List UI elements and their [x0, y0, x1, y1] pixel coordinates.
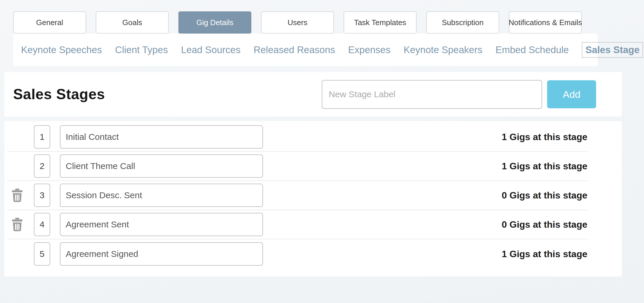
spacer [0, 66, 644, 72]
subnav-released-reasons[interactable]: Released Reasons [254, 44, 335, 55]
stage-order-input[interactable] [34, 242, 50, 266]
stage-row-2: 1 Gigs at this stage [7, 152, 587, 181]
add-button[interactable]: Add [547, 80, 596, 108]
trash-slot [7, 188, 34, 203]
new-stage-input[interactable] [322, 80, 542, 109]
subnav-keynote-speeches[interactable]: Keynote Speeches [21, 44, 102, 55]
gigs-at-stage-label: 0 Gigs at this stage [502, 219, 587, 230]
trash-icon [11, 218, 23, 231]
gig-details-subnav: Keynote Speeches Client Types Lead Sourc… [13, 34, 598, 66]
settings-page: General Goals Gig Details Users Task Tem… [0, 0, 644, 303]
gigs-at-stage-label: 0 Gigs at this stage [502, 190, 587, 201]
trash-icon [11, 189, 23, 202]
subnav-lead-sources[interactable]: Lead Sources [181, 44, 241, 55]
stage-row-5: 1 Gigs at this stage [7, 239, 587, 269]
stage-row-3: 0 Gigs at this stage [7, 181, 587, 210]
spacer [0, 116, 644, 121]
stages-list: 1 Gigs at this stage 1 Gigs at this stag… [4, 121, 622, 276]
subnav-expenses[interactable]: Expenses [348, 44, 391, 55]
sales-stages-header: Sales Stages Add [4, 72, 622, 116]
subnav-keynote-speakers[interactable]: Keynote Speakers [403, 44, 482, 55]
stage-label-input[interactable] [60, 125, 263, 149]
delete-stage-button[interactable] [11, 188, 24, 203]
tab-notifications-emails[interactable]: Notifications & Emails [509, 11, 582, 34]
gigs-at-stage-label: 1 Gigs at this stage [502, 161, 587, 172]
delete-stage-button[interactable] [11, 217, 24, 232]
page-title: Sales Stages [13, 86, 105, 103]
stage-label-input[interactable] [60, 242, 263, 266]
tab-users[interactable]: Users [261, 11, 334, 34]
stage-order-input[interactable] [34, 154, 50, 178]
tab-goals[interactable]: Goals [96, 11, 169, 34]
stage-row-1: 1 Gigs at this stage [7, 123, 587, 152]
tab-general[interactable]: General [13, 11, 86, 34]
trash-slot [7, 217, 34, 232]
subnav-embed-schedule[interactable]: Embed Schedule [495, 44, 569, 55]
subnav-client-types[interactable]: Client Types [115, 44, 168, 55]
gigs-at-stage-label: 1 Gigs at this stage [502, 249, 587, 260]
stage-order-input[interactable] [34, 125, 50, 149]
stage-order-input[interactable] [34, 213, 50, 236]
subnav-sales-stage[interactable]: Sales Stage [582, 42, 643, 58]
stage-label-input[interactable] [60, 154, 263, 178]
tab-gig-details[interactable]: Gig Details [178, 11, 251, 34]
stage-row-4: 0 Gigs at this stage [7, 210, 587, 239]
main-tabs: General Goals Gig Details Users Task Tem… [0, 0, 644, 34]
stage-label-input[interactable] [60, 213, 263, 236]
stage-order-input[interactable] [34, 184, 50, 207]
tab-task-templates[interactable]: Task Templates [344, 11, 417, 34]
stage-label-input[interactable] [60, 184, 263, 207]
gigs-at-stage-label: 1 Gigs at this stage [502, 132, 587, 142]
tab-subscription[interactable]: Subscription [426, 11, 499, 34]
